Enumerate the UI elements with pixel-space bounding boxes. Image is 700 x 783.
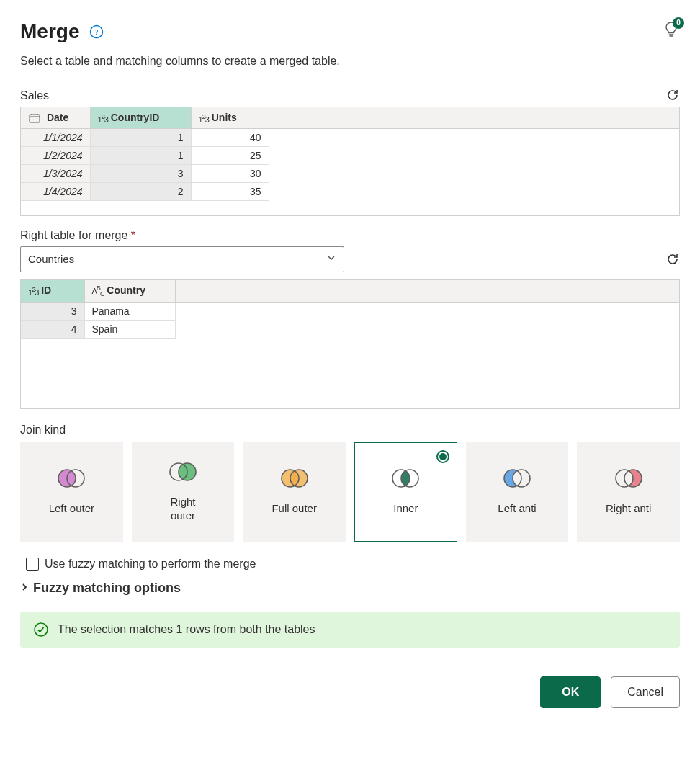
right-table-grid[interactable]: 123 ID ABC Country 3 Panama 4 Spain [20,279,680,409]
number-type-icon: 123 [98,115,108,124]
table-row: 1/4/2024 2 35 [21,182,679,200]
join-option-right-anti[interactable]: Right anti [577,442,680,542]
join-option-inner[interactable]: Inner [354,442,457,542]
join-option-label: Inner [393,501,418,516]
chevron-right-icon [20,582,29,594]
join-option-full-outer[interactable]: Full outer [243,442,346,542]
col-header-countryid[interactable]: 123 CountryID [90,107,191,128]
join-option-left-outer[interactable]: Left outer [20,442,123,542]
table-row: 3 Panama [21,302,679,320]
help-icon[interactable]: ? [89,24,104,39]
fuzzy-checkbox[interactable] [26,558,39,571]
join-option-label: Left outer [49,501,94,516]
col-header-id[interactable]: 123 ID [21,280,84,303]
join-option-label: Left anti [498,501,536,516]
join-option-label: Full outer [272,501,317,516]
success-icon [33,622,49,637]
table-row: 1/2/2024 1 25 [21,146,679,164]
refresh-icon[interactable] [665,252,680,267]
right-table-label: Right table for merge [20,229,127,241]
join-option-label: Right anti [606,501,651,516]
left-table-grid[interactable]: Date 123 CountryID 123 Units 1/1/2024 1 … [20,107,680,216]
number-type-icon: 123 [199,115,209,124]
fuzzy-checkbox-label: Use fuzzy matching to perform the merge [45,558,256,571]
table-row: 1/1/2024 1 40 [21,128,679,146]
fuzzy-options-expander[interactable]: Fuzzy matching options [20,581,680,596]
join-option-right-outer[interactable]: Rightouter [132,442,235,542]
join-kind-label: Join kind [20,424,680,437]
join-option-label: Rightouter [170,495,195,523]
table-row: 1/3/2024 3 30 [21,164,679,182]
status-message: The selection matches 1 rows from both t… [58,623,315,636]
join-kind-group: Left outerRightouterFull outerInnerLeft … [20,442,680,542]
dialog-subtitle: Select a table and matching columns to c… [20,55,680,68]
number-type-icon: 123 [28,288,38,297]
idea-badge: 0 [673,17,684,29]
col-header-units[interactable]: 123 Units [191,107,269,128]
join-option-left-anti[interactable]: Left anti [466,442,569,542]
venn-left-outer-icon [54,467,89,491]
col-header-country[interactable]: ABC Country [84,280,175,303]
dialog-title: Merge [20,20,79,43]
col-header-date[interactable]: Date [21,107,90,128]
venn-inner-icon [388,467,423,491]
venn-right-outer-icon [166,461,200,485]
cancel-button[interactable]: Cancel [611,676,680,708]
calendar-icon [28,113,41,123]
venn-full-outer-icon [277,467,312,491]
right-table-dropdown[interactable]: Countries [20,246,344,272]
required-mark: * [131,229,135,241]
radio-indicator [436,450,449,463]
ok-button[interactable]: OK [540,676,601,708]
svg-rect-2 [30,115,40,122]
venn-right-anti-icon [611,467,646,491]
text-type-icon: ABC [92,287,104,295]
status-bar: The selection matches 1 rows from both t… [20,612,680,648]
refresh-icon[interactable] [665,88,680,102]
chevron-down-icon [326,253,336,265]
dropdown-value: Countries [28,253,74,265]
venn-left-anti-icon [500,467,534,491]
idea-icon[interactable]: 0 [663,20,680,37]
table-row: 4 Spain [21,320,679,338]
svg-text:?: ? [95,27,99,36]
left-table-name: Sales [20,89,49,102]
